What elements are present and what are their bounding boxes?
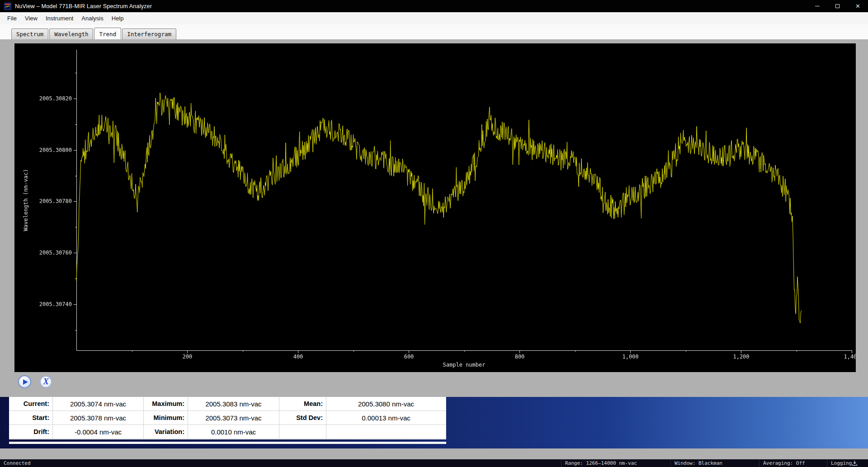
- tab-wavelength[interactable]: Wavelength: [49, 28, 93, 39]
- status-bar: Connected Range: 1266–14000 nm-vac Windo…: [0, 459, 868, 467]
- stat-label-empty: [279, 425, 326, 439]
- title-bar: NuView – Model 771B-MIR Laser Spectrum A…: [0, 0, 868, 12]
- stats-table: Current: 2005.3074 nm-vac Maximum: 2005.…: [9, 397, 446, 439]
- status-logging: Logging: [827, 459, 852, 467]
- logging-download-icon[interactable]: [852, 460, 858, 466]
- status-connected: Connected: [4, 459, 31, 467]
- stats-panel-strip: [9, 442, 446, 444]
- window-title: NuView – Model 771B-MIR Laser Spectrum A…: [15, 3, 152, 9]
- stat-label-stddev: Std Dev:: [279, 411, 326, 425]
- stat-value-empty: [326, 425, 446, 439]
- tab-strip: Spectrum Wavelength Trend Interferogram: [0, 24, 868, 39]
- maximize-button[interactable]: [827, 0, 848, 12]
- trend-chart-panel: [14, 43, 856, 372]
- stat-value-mean: 2005.3080 nm-vac: [326, 397, 446, 411]
- maximize-icon: [835, 4, 840, 8]
- status-range: Range: 1266–14000 nm-vac: [561, 459, 637, 467]
- stat-label-minimum: Minimum:: [144, 411, 188, 425]
- stop-button[interactable]: X: [40, 376, 52, 388]
- stat-label-drift: Drift:: [9, 425, 53, 439]
- close-button[interactable]: ✕: [848, 0, 868, 12]
- stats-band: Current: 2005.3074 nm-vac Maximum: 2005.…: [0, 397, 868, 448]
- stat-value-start: 2005.3078 nm-vac: [53, 411, 144, 425]
- status-window: Window: Blackman: [670, 459, 722, 467]
- x-icon: X: [43, 377, 49, 386]
- stat-value-current: 2005.3074 nm-vac: [53, 397, 144, 411]
- menu-file[interactable]: File: [3, 12, 21, 24]
- status-averaging: Averaging: Off: [759, 459, 805, 467]
- stat-value-minimum: 2005.3073 nm-vac: [188, 411, 279, 425]
- stat-value-stddev: 0.00013 nm-vac: [326, 411, 446, 425]
- stat-label-current: Current:: [9, 397, 53, 411]
- close-icon: ✕: [855, 3, 860, 9]
- play-button[interactable]: [18, 375, 31, 388]
- minimize-icon: [815, 6, 820, 6]
- window-controls: ✕: [807, 0, 868, 12]
- stat-value-maximum: 2005.3083 nm-vac: [188, 397, 279, 411]
- trend-chart-canvas[interactable]: [14, 43, 856, 372]
- tab-interferogram[interactable]: Interferogram: [122, 28, 176, 39]
- stat-label-variation: Variation:: [144, 425, 188, 439]
- menu-instrument[interactable]: Instrument: [42, 12, 77, 24]
- stat-value-drift: -0.0004 nm-vac: [53, 425, 144, 439]
- menu-bar: File View Instrument Analysis Help: [0, 12, 868, 24]
- app-icon: [4, 3, 11, 10]
- stat-value-variation: 0.0010 nm-vac: [188, 425, 279, 439]
- stat-label-start: Start:: [9, 411, 53, 425]
- stat-label-maximum: Maximum:: [144, 397, 188, 411]
- menu-help[interactable]: Help: [108, 12, 128, 24]
- stat-label-mean: Mean:: [279, 397, 326, 411]
- tab-spectrum[interactable]: Spectrum: [11, 28, 48, 39]
- play-icon: [23, 379, 28, 385]
- menu-analysis[interactable]: Analysis: [77, 12, 107, 24]
- tab-trend[interactable]: Trend: [94, 28, 121, 39]
- menu-view[interactable]: View: [21, 12, 42, 24]
- minimize-button[interactable]: [807, 0, 827, 12]
